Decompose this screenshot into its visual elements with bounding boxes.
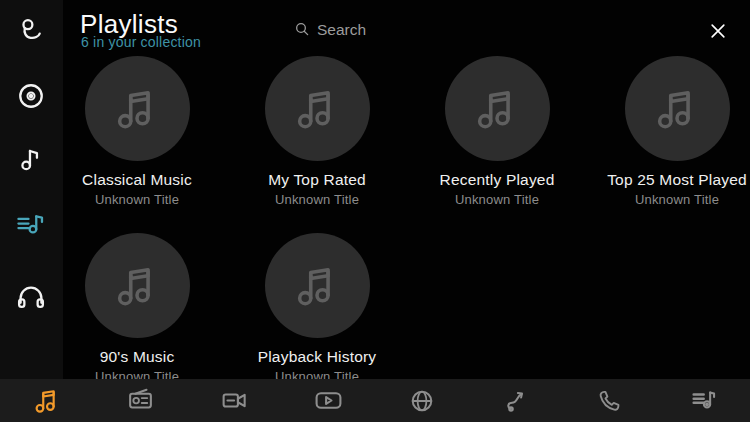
playlist-artwork [445,56,550,161]
playlist-artwork [265,233,370,338]
tab-phone[interactable] [563,379,657,422]
playlist-title: Classical Music [47,171,227,189]
playlist-artwork [85,233,190,338]
tab-video-camera[interactable] [188,379,282,422]
playlist-tile[interactable]: 90's Music Unknown Title [47,233,227,384]
tab-radio[interactable] [94,379,188,422]
playlist-artwork [265,56,370,161]
playlist-artwork [625,56,730,161]
beamed-note-icon [652,84,702,134]
play-video-icon [314,386,343,415]
tab-navigation[interactable] [469,379,563,422]
video-camera-icon [220,386,249,415]
tab-web[interactable] [375,379,469,422]
playlist-artwork [85,56,190,161]
sidebar-item-voice[interactable] [15,16,47,48]
music-note-icon [15,143,47,175]
sidebar-item-disc[interactable] [15,80,47,112]
route-icon [502,387,530,415]
playlist-tile[interactable]: Recently Played Unknown Title [407,56,587,207]
playlist-title: My Top Rated [227,171,407,189]
beamed-note-icon [112,261,162,311]
collection-count-subtitle: 6 in your collection [81,34,201,50]
playlist-title: Playback History [227,348,407,366]
playlist-subtitle: Unknown Title [587,192,750,207]
radio-icon [126,386,155,415]
disc-icon [15,80,47,112]
search-icon [293,20,312,39]
headphones-icon [15,282,47,314]
search-placeholder: Search [317,21,366,39]
media-app-screen: Playlists 6 in your collection Search Cl… [0,0,750,422]
sidebar-item-headphones[interactable] [15,282,47,314]
playlist-title: Top 25 Most Played [587,171,750,189]
playlist-tile[interactable]: Playback History Unknown Title [227,233,407,384]
tab-music[interactable] [0,379,94,422]
playlist-tile[interactable]: My Top Rated Unknown Title [227,56,407,207]
close-button[interactable] [706,19,730,43]
search-input[interactable]: Search [293,20,366,39]
playlist-tile[interactable]: Classical Music Unknown Title [47,56,227,207]
beamed-note-icon [112,84,162,134]
playlist-tile[interactable]: Top 25 Most Played Unknown Title [587,56,750,207]
tab-media-queue[interactable] [656,379,750,422]
playlist-title: 90's Music [47,348,227,366]
playlist-subtitle: Unknown Title [227,192,407,207]
microphone-icon [15,16,47,48]
beamed-note-icon [292,84,342,134]
tab-video-player[interactable] [281,379,375,422]
beamed-note-icon [472,84,522,134]
phone-icon [595,387,623,415]
beamed-note-icon [32,386,62,416]
playlist-icon [15,208,47,240]
globe-icon [408,387,436,415]
sidebar-item-music[interactable] [15,143,47,175]
close-icon [706,19,730,43]
playlist-title: Recently Played [407,171,587,189]
playlist-subtitle: Unknown Title [47,192,227,207]
beamed-note-icon [292,261,342,311]
playlist-subtitle: Unknown Title [407,192,587,207]
bottom-tab-bar [0,379,750,422]
queue-icon [689,386,718,415]
sidebar-item-playlists[interactable] [15,208,47,240]
